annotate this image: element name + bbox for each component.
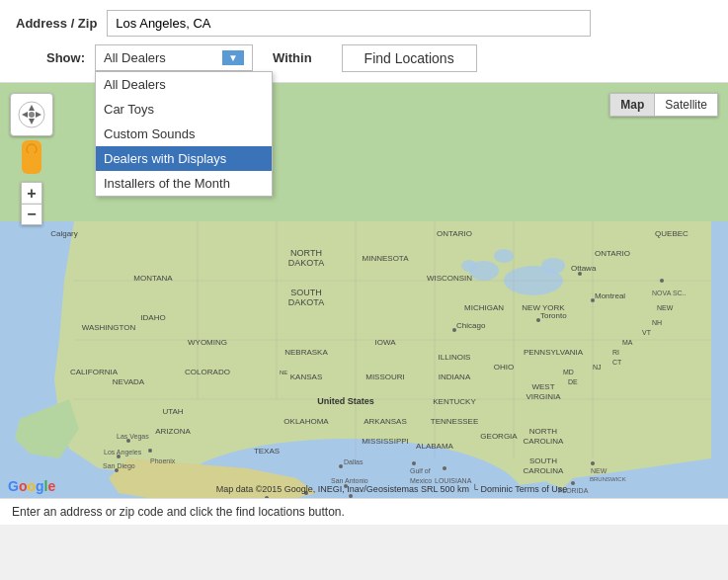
svg-text:MA: MA xyxy=(622,339,633,346)
show-label: Show: xyxy=(16,44,95,65)
svg-text:GEORGIA: GEORGIA xyxy=(480,432,518,441)
svg-text:TEXAS: TEXAS xyxy=(254,447,280,456)
svg-text:Calgary: Calgary xyxy=(50,229,78,238)
svg-text:CALIFORNIA: CALIFORNIA xyxy=(70,368,119,376)
svg-text:Phoenix: Phoenix xyxy=(150,457,176,464)
street-view-icon[interactable] xyxy=(19,140,44,174)
find-locations-button[interactable]: Find Locations xyxy=(342,44,477,72)
svg-text:IDAHO: IDAHO xyxy=(140,313,165,322)
zoom-controls: + − xyxy=(21,182,42,225)
svg-point-91 xyxy=(412,461,416,465)
map-attribution: Map data ©2015 Google, INEGI, Inav/Geosi… xyxy=(55,484,728,494)
svg-text:NEW: NEW xyxy=(657,304,674,311)
svg-text:NEBRASKA: NEBRASKA xyxy=(284,348,328,357)
svg-point-98 xyxy=(591,461,595,465)
svg-text:MONTANA: MONTANA xyxy=(133,274,173,283)
svg-point-103 xyxy=(443,466,446,470)
svg-text:CAROLINA: CAROLINA xyxy=(524,437,565,446)
svg-text:MICHIGAN: MICHIGAN xyxy=(464,303,504,312)
svg-point-81 xyxy=(339,464,343,468)
svg-text:WEST: WEST xyxy=(531,382,554,391)
map-type-satellite-button[interactable]: Satellite xyxy=(654,93,718,117)
svg-text:WYOMING: WYOMING xyxy=(188,338,227,347)
address-label: Address / Zip xyxy=(16,16,107,31)
svg-point-101 xyxy=(660,279,664,283)
svg-text:DE: DE xyxy=(568,378,578,385)
option-custom-sounds[interactable]: Custom Sounds xyxy=(96,122,272,146)
svg-text:VIRGINIA: VIRGINIA xyxy=(526,392,561,401)
svg-text:MISSOURI: MISSOURI xyxy=(365,373,405,381)
svg-text:CT: CT xyxy=(612,359,622,366)
svg-text:COLORADO: COLORADO xyxy=(185,368,230,376)
svg-text:KENTUCKY: KENTUCKY xyxy=(433,397,476,406)
svg-text:ARIZONA: ARIZONA xyxy=(155,427,191,436)
svg-text:NEW: NEW xyxy=(591,467,607,474)
svg-text:Chicago: Chicago xyxy=(456,321,486,330)
svg-text:Mexico: Mexico xyxy=(410,477,432,484)
show-dropdown-button[interactable]: All Dealers ▼ xyxy=(95,44,253,71)
show-dropdown-container: All Dealers ▼ All Dealers Car Toys Custo… xyxy=(95,44,253,71)
svg-text:NOVA SC..: NOVA SC.. xyxy=(652,290,687,296)
map-type-map-button[interactable]: Map xyxy=(609,93,654,117)
svg-point-6 xyxy=(494,249,514,263)
pan-control[interactable] xyxy=(10,93,53,136)
option-car-toys[interactable]: Car Toys xyxy=(96,97,272,122)
svg-point-5 xyxy=(541,258,565,274)
svg-text:Ottawa: Ottawa xyxy=(571,264,597,273)
svg-text:NE: NE xyxy=(280,370,287,375)
svg-text:Toronto: Toronto xyxy=(540,311,567,320)
svg-text:ALABAMA: ALABAMA xyxy=(416,442,453,451)
svg-text:Los Angeles: Los Angeles xyxy=(104,449,142,456)
dropdown-selected-text: All Dealers xyxy=(104,50,166,65)
map-type-controls: Map Satellite xyxy=(609,93,718,117)
svg-text:San Antonio: San Antonio xyxy=(331,477,368,484)
svg-text:NJ: NJ xyxy=(593,364,602,371)
svg-text:ONTARIO: ONTARIO xyxy=(595,249,630,258)
svg-text:SOUTH: SOUTH xyxy=(290,288,322,297)
status-text: Enter an address or zip code and click t… xyxy=(12,505,345,519)
svg-text:OKLAHOMA: OKLAHOMA xyxy=(283,417,329,426)
address-input[interactable] xyxy=(107,10,591,37)
zoom-in-button[interactable]: + xyxy=(21,182,42,204)
svg-text:DAKOTA: DAKOTA xyxy=(288,297,324,307)
dropdown-arrow-icon: ▼ xyxy=(222,50,244,65)
svg-text:TENNESSEE: TENNESSEE xyxy=(431,417,478,426)
svg-text:San Diego: San Diego xyxy=(103,462,135,470)
show-row: Show: All Dealers ▼ All Dealers Car Toys… xyxy=(16,44,712,72)
svg-text:ARKANSAS: ARKANSAS xyxy=(364,417,407,426)
within-label: Within xyxy=(253,44,322,65)
svg-text:NEVADA: NEVADA xyxy=(113,377,145,386)
svg-text:United States: United States xyxy=(317,396,374,406)
svg-text:SOUTH: SOUTH xyxy=(529,456,557,465)
svg-text:WASHINGTON: WASHINGTON xyxy=(82,323,136,332)
svg-point-79 xyxy=(349,494,353,498)
option-installers-month[interactable]: Installers of the Month xyxy=(96,171,272,196)
svg-text:NH: NH xyxy=(652,319,662,326)
svg-point-7 xyxy=(461,260,477,272)
dropdown-menu: All Dealers Car Toys Custom Sounds Deale… xyxy=(95,71,273,197)
option-all-dealers[interactable]: All Dealers xyxy=(96,72,272,97)
svg-text:Dallas: Dallas xyxy=(344,458,364,465)
address-row: Address / Zip xyxy=(16,10,712,37)
svg-text:NORTH: NORTH xyxy=(529,427,558,436)
svg-text:Las Vegas: Las Vegas xyxy=(117,433,149,441)
svg-text:WISCONSIN: WISCONSIN xyxy=(427,274,472,283)
svg-text:IOWA: IOWA xyxy=(374,338,396,347)
svg-text:VT: VT xyxy=(642,329,652,336)
google-logo: Google xyxy=(8,478,55,494)
svg-text:BRUNSWICK: BRUNSWICK xyxy=(590,476,626,482)
svg-text:MD: MD xyxy=(563,369,574,375)
svg-point-125 xyxy=(25,152,39,172)
zoom-out-button[interactable]: − xyxy=(21,204,42,225)
svg-text:Montreal: Montreal xyxy=(595,291,625,300)
status-bar: Enter an address or zip code and click t… xyxy=(0,498,728,525)
svg-text:MINNESOTA: MINNESOTA xyxy=(363,254,410,263)
svg-text:PENNSYLVANIA: PENNSYLVANIA xyxy=(524,348,584,357)
svg-text:NORTH: NORTH xyxy=(290,248,322,258)
svg-point-89 xyxy=(148,449,152,453)
svg-text:RI: RI xyxy=(612,349,619,356)
svg-text:INDIANA: INDIANA xyxy=(439,373,471,381)
option-dealers-displays[interactable]: Dealers with Displays xyxy=(96,146,272,171)
svg-text:ILLINOIS: ILLINOIS xyxy=(439,353,471,362)
svg-text:LOUISIANA: LOUISIANA xyxy=(435,477,472,484)
